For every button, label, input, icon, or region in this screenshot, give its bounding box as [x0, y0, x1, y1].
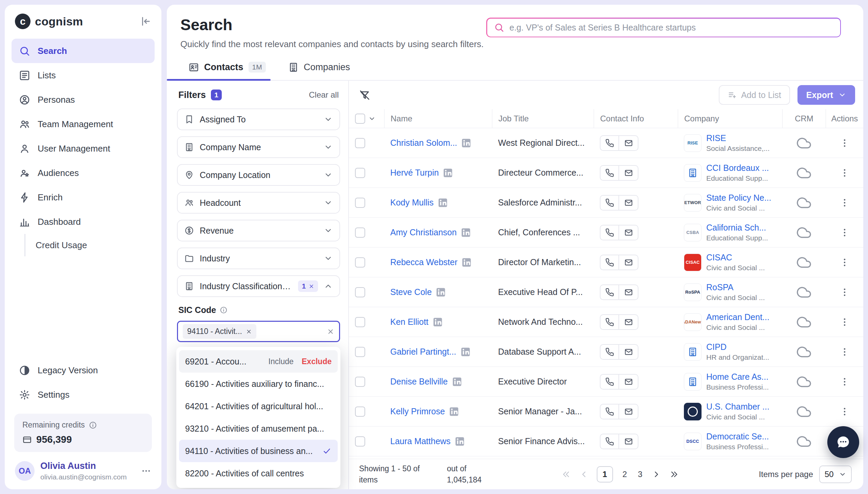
- phone-button[interactable]: [600, 135, 619, 151]
- row-actions-menu-icon[interactable]: [840, 287, 850, 297]
- sidebar-item-legacy-version[interactable]: Legacy Version: [12, 358, 155, 382]
- sic-option[interactable]: 93210 - Activities of amusement pa...: [179, 417, 338, 440]
- page-2-button[interactable]: 2: [621, 470, 628, 479]
- chevron-down-icon[interactable]: [368, 115, 376, 122]
- linkedin-icon[interactable]: [461, 257, 471, 267]
- sidebar-item-dashboard[interactable]: Dashboard: [12, 210, 155, 234]
- sidebar-item-search[interactable]: Search: [12, 39, 155, 63]
- row-actions-menu-icon[interactable]: [840, 406, 850, 417]
- crm-cloud-icon[interactable]: [797, 404, 811, 419]
- filter-industry-classification-code[interactable]: Industry Classification Code 1: [177, 275, 340, 297]
- linkedin-icon[interactable]: [436, 287, 446, 297]
- row-actions-menu-icon[interactable]: [840, 168, 850, 178]
- tab-contacts[interactable]: Contacts 1M: [189, 62, 266, 80]
- sic-option[interactable]: 82200 - Activities of call centres: [179, 462, 338, 484]
- ai-search-input[interactable]: [509, 23, 833, 33]
- filter-revenue[interactable]: Revenue: [177, 220, 340, 242]
- crm-cloud-icon[interactable]: [797, 315, 811, 329]
- linkedin-icon[interactable]: [461, 138, 471, 148]
- email-button[interactable]: [619, 404, 638, 419]
- company-link[interactable]: American Dent...: [706, 312, 769, 322]
- company-link[interactable]: California Sch...: [706, 223, 768, 233]
- select-all-checkbox[interactable]: [355, 114, 365, 124]
- row-checkbox[interactable]: [355, 436, 365, 446]
- company-link[interactable]: CCI Bordeaux ...: [706, 163, 769, 173]
- row-checkbox[interactable]: [355, 287, 365, 297]
- crm-cloud-icon[interactable]: [797, 345, 811, 359]
- sidebar-item-team-management[interactable]: Team Management: [12, 112, 155, 136]
- sic-option[interactable]: 69201 - Accou...IncludeExclude: [179, 350, 338, 373]
- phone-button[interactable]: [600, 254, 619, 270]
- contact-name-link[interactable]: Gabriel Partingt...: [390, 347, 456, 357]
- page-3-button[interactable]: 3: [636, 470, 643, 479]
- phone-button[interactable]: [600, 404, 619, 419]
- row-actions-menu-icon[interactable]: [840, 138, 850, 148]
- row-checkbox[interactable]: [355, 406, 365, 417]
- row-checkbox[interactable]: [355, 168, 365, 178]
- phone-button[interactable]: [600, 284, 619, 300]
- row-actions-menu-icon[interactable]: [840, 228, 850, 238]
- filter-headcount[interactable]: Headcount: [177, 192, 340, 214]
- contact-name-link[interactable]: Laura Matthews: [390, 436, 450, 446]
- sidebar-item-settings[interactable]: Settings: [12, 382, 155, 407]
- previous-page-icon[interactable]: [579, 470, 589, 479]
- company-link[interactable]: RoSPA: [706, 282, 765, 292]
- sic-code-input[interactable]: 94110 - Activit...: [177, 321, 340, 342]
- row-actions-menu-icon[interactable]: [840, 317, 850, 327]
- phone-button[interactable]: [600, 314, 619, 330]
- crm-cloud-icon[interactable]: [797, 375, 811, 389]
- sidebar-item-user-management[interactable]: User Management: [12, 136, 155, 161]
- row-actions-menu-icon[interactable]: [840, 347, 850, 357]
- sidebar-item-credit-usage[interactable]: Credit Usage: [24, 234, 155, 256]
- row-checkbox[interactable]: [355, 377, 365, 387]
- sic-option[interactable]: 94110 - Activities of business an...: [179, 440, 338, 462]
- contact-name-link[interactable]: Denise Bellville: [390, 377, 448, 386]
- collapse-sidebar-icon[interactable]: [140, 16, 151, 27]
- row-actions-menu-icon[interactable]: [840, 198, 850, 208]
- email-button[interactable]: [619, 374, 638, 390]
- contact-name-link[interactable]: Steve Cole: [390, 287, 432, 297]
- row-checkbox[interactable]: [355, 317, 365, 327]
- filter-industry[interactable]: Industry: [177, 247, 340, 269]
- crm-cloud-icon[interactable]: [797, 226, 811, 240]
- company-link[interactable]: RISE: [706, 133, 770, 143]
- company-link[interactable]: Democratic Se...: [706, 432, 769, 441]
- email-button[interactable]: [619, 344, 638, 360]
- contact-name-link[interactable]: Ken Elliott: [390, 317, 429, 327]
- crm-cloud-icon[interactable]: [797, 285, 811, 299]
- linkedin-icon[interactable]: [438, 198, 448, 208]
- row-actions-menu-icon[interactable]: [840, 377, 850, 387]
- linkedin-icon[interactable]: [460, 347, 470, 357]
- phone-button[interactable]: [600, 434, 619, 449]
- linkedin-icon[interactable]: [443, 168, 453, 178]
- phone-button[interactable]: [600, 344, 619, 360]
- email-button[interactable]: [619, 225, 638, 241]
- export-button[interactable]: Export: [797, 85, 855, 105]
- crm-cloud-icon[interactable]: [797, 434, 811, 449]
- company-link[interactable]: Home Care As...: [706, 372, 769, 382]
- email-button[interactable]: [619, 195, 638, 211]
- crm-cloud-icon[interactable]: [797, 196, 811, 210]
- filter-company-name[interactable]: Company Name: [177, 136, 340, 158]
- contact-name-link[interactable]: Christian Solom...: [390, 138, 457, 148]
- last-page-icon[interactable]: [669, 470, 679, 479]
- linkedin-icon[interactable]: [455, 436, 465, 446]
- crm-cloud-icon[interactable]: [797, 136, 811, 150]
- row-actions-menu-icon[interactable]: [840, 257, 850, 267]
- user-menu-icon[interactable]: [141, 466, 151, 476]
- remove-chip-icon[interactable]: [246, 328, 252, 335]
- linkedin-icon[interactable]: [461, 228, 471, 238]
- contact-name-link[interactable]: Amy Christianson: [390, 228, 457, 238]
- email-button[interactable]: [619, 434, 638, 449]
- row-checkbox[interactable]: [355, 257, 365, 267]
- contact-name-link[interactable]: Kody Mullis: [390, 198, 434, 208]
- filter-company-location[interactable]: Company Location: [177, 164, 340, 186]
- crm-cloud-icon[interactable]: [797, 255, 811, 269]
- contact-name-link[interactable]: Hervé Turpin: [390, 168, 439, 178]
- linkedin-icon[interactable]: [433, 317, 443, 327]
- row-checkbox[interactable]: [355, 347, 365, 357]
- company-link[interactable]: CISAC: [706, 252, 765, 262]
- row-checkbox[interactable]: [355, 228, 365, 238]
- phone-button[interactable]: [600, 374, 619, 390]
- phone-button[interactable]: [600, 225, 619, 241]
